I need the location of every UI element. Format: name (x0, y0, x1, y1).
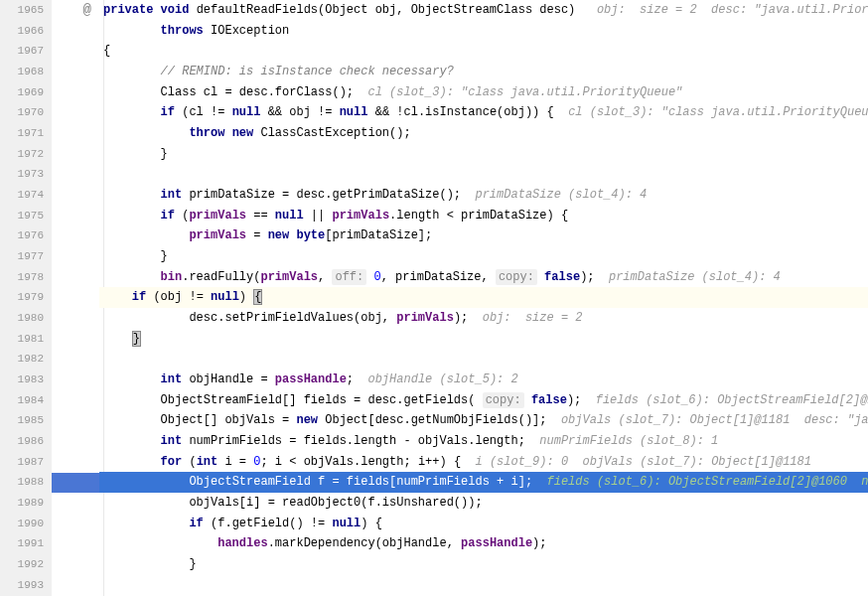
line-number: 1984 (0, 390, 44, 411)
code-line[interactable]: } (99, 246, 868, 267)
line-number: 1972 (0, 144, 44, 165)
line-number: 1975 (0, 206, 44, 226)
line-number: 1993 (0, 575, 44, 596)
line-number: 1969 (0, 82, 44, 103)
line-number: 1976 (0, 225, 44, 246)
code-line[interactable]: if (cl != null && obj != null && !cl.isI… (99, 102, 868, 123)
code-line[interactable] (99, 575, 868, 596)
code-line[interactable]: int primDataSize = desc.getPrimDataSize(… (99, 185, 868, 206)
line-number: 1970 (0, 102, 44, 123)
code-line[interactable]: if (primVals == null || primVals.length … (99, 206, 868, 226)
line-number: 1987 (0, 452, 44, 473)
code-line[interactable]: ObjectStreamField f = fields[numPrimFiel… (99, 472, 868, 493)
code-line[interactable]: if (f.getField() != null) { (99, 514, 868, 534)
line-number: 1966 (0, 21, 44, 42)
line-number: 1973 (0, 164, 44, 185)
code-line[interactable]: objVals[i] = readObject0(f.isUnshared())… (99, 493, 868, 514)
code-line[interactable]: handles.markDependency(objHandle, passHa… (99, 533, 868, 554)
line-number: 1983 (0, 370, 44, 390)
line-number: 1981 (0, 329, 44, 350)
code-line[interactable] (99, 164, 868, 185)
line-number: 1979 (0, 287, 44, 308)
line-number: 1989 (0, 493, 44, 514)
code-line[interactable]: } (99, 144, 868, 165)
code-line[interactable]: { (99, 41, 868, 62)
line-number: 1968 (0, 62, 44, 82)
line-number: 1985 (0, 410, 44, 431)
line-number: 1980 (0, 308, 44, 329)
code-line[interactable]: throw new ClassCastException(); (99, 123, 868, 144)
line-number: 1978 (0, 267, 44, 288)
code-line[interactable]: for (int i = 0; i < objVals.length; i++)… (99, 452, 868, 473)
code-line[interactable]: } (99, 329, 868, 350)
code-line[interactable] (99, 349, 868, 370)
code-line[interactable]: } (99, 554, 868, 575)
code-area[interactable]: private void defaultReadFields(Object ob… (99, 0, 868, 596)
line-number: 1965 (0, 0, 44, 21)
line-number: 1967 (0, 41, 44, 62)
code-line[interactable]: bin.readFully(primVals, off: 0, primData… (99, 267, 868, 288)
code-line[interactable]: private void defaultReadFields(Object ob… (99, 0, 868, 21)
line-number: 1974 (0, 185, 44, 206)
code-line[interactable]: Object[] objVals = new Object[desc.getNu… (99, 410, 868, 431)
line-number: 1992 (0, 554, 44, 575)
code-line[interactable]: Class cl = desc.forClass(); cl (slot_3):… (99, 82, 868, 103)
line-number: 1988 (0, 472, 44, 493)
code-editor: 1965196619671968196919701971197219731974… (0, 0, 868, 596)
code-line[interactable]: desc.setPrimFieldValues(obj, primVals); … (99, 308, 868, 329)
code-line[interactable]: int numPrimFields = fields.length - objV… (99, 431, 868, 452)
code-line[interactable]: int objHandle = passHandle; objHandle (s… (99, 370, 868, 390)
line-number: 1977 (0, 246, 44, 267)
code-line[interactable]: if (obj != null) { (99, 287, 868, 308)
execution-point-marker[interactable] (52, 473, 99, 494)
line-number: 1986 (0, 431, 44, 452)
code-line[interactable]: throws IOException (99, 21, 868, 42)
line-number: 1991 (0, 533, 44, 554)
line-number: 1990 (0, 514, 44, 534)
code-line[interactable]: primVals = new byte[primDataSize]; (99, 225, 868, 246)
line-number: 1982 (0, 349, 44, 370)
editor-margin[interactable]: @ (52, 0, 99, 596)
code-line[interactable]: // REMIND: is isInstance check necessary… (99, 62, 868, 82)
line-number: 1971 (0, 123, 44, 144)
code-line[interactable]: ObjectStreamField[] fields = desc.getFie… (99, 390, 868, 411)
line-gutter: 1965196619671968196919701971197219731974… (0, 0, 52, 596)
modified-marker: @ (83, 0, 91, 21)
